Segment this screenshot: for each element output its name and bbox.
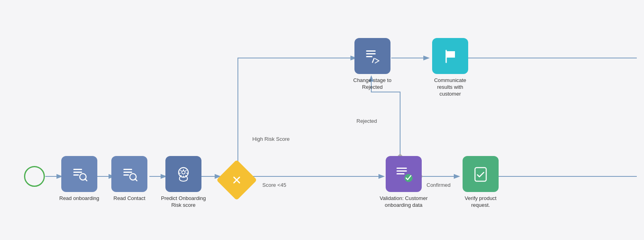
change-stage-label: Change stage toRejected (353, 77, 391, 91)
confirmed-label: Confirmed (427, 182, 451, 188)
svg-rect-16 (366, 56, 372, 57)
verify-product-label: Verify product request. (457, 195, 505, 209)
communicate-results-node[interactable]: Communicate results with customer (426, 38, 474, 98)
edge-gateway-to-change-stage (238, 58, 355, 165)
svg-rect-0 (73, 169, 82, 170)
change-stage-node[interactable]: Change stage toRejected (353, 38, 391, 91)
predict-risk-icon (175, 165, 192, 183)
svg-rect-18 (396, 168, 407, 169)
read-contact-node[interactable]: Read Contact (111, 156, 147, 202)
validation-box (386, 156, 422, 192)
communicate-results-label: Communicate results with customer (426, 77, 474, 98)
start-circle (24, 166, 45, 187)
read-contact-label: Read Contact (113, 195, 145, 202)
verify-product-node[interactable]: Verify product request. (457, 156, 505, 209)
gateway-x-icon (231, 174, 243, 186)
communicate-results-icon (441, 47, 459, 65)
predict-risk-box (165, 156, 201, 192)
svg-rect-6 (123, 172, 132, 173)
svg-rect-14 (366, 50, 376, 52)
svg-rect-22 (475, 168, 486, 181)
svg-line-4 (85, 179, 87, 181)
svg-rect-1 (73, 172, 82, 173)
predict-risk-label: Predict Onboarding Risk score (159, 195, 207, 209)
validation-node[interactable]: Validation: Customeronboarding data (380, 156, 428, 209)
svg-rect-2 (73, 174, 79, 176)
validation-label: Validation: Customeronboarding data (380, 195, 428, 209)
read-onboarding-icon (71, 166, 88, 182)
verify-product-box (463, 156, 499, 192)
svg-rect-7 (123, 174, 129, 176)
communicate-results-box (432, 38, 468, 74)
svg-rect-19 (396, 170, 407, 172)
change-stage-icon (364, 47, 381, 65)
svg-line-9 (135, 179, 137, 181)
svg-rect-15 (366, 53, 376, 54)
read-onboarding-box (61, 156, 97, 192)
validation-icon (394, 164, 413, 184)
gateway-node[interactable] (219, 162, 255, 198)
predict-risk-node[interactable]: Predict Onboarding Risk score (159, 156, 207, 209)
svg-point-11 (182, 171, 185, 174)
read-onboarding-node[interactable]: Read onboarding (59, 156, 99, 202)
score-less-45-label: Score <45 (262, 182, 286, 188)
read-onboarding-label: Read onboarding (59, 195, 99, 202)
start-node (24, 166, 45, 187)
verify-product-icon (472, 165, 489, 183)
svg-rect-20 (396, 173, 405, 174)
high-risk-score-label: High Risk Score (252, 136, 290, 142)
read-contact-icon (121, 166, 138, 182)
read-contact-box (111, 156, 147, 192)
change-stage-box (354, 38, 390, 74)
rejected-label: Rejected (356, 118, 377, 124)
flow-canvas: Read onboarding Read Contact (0, 0, 644, 240)
svg-rect-5 (123, 169, 132, 170)
connections-svg (0, 0, 644, 240)
gateway-diamond (216, 160, 257, 200)
